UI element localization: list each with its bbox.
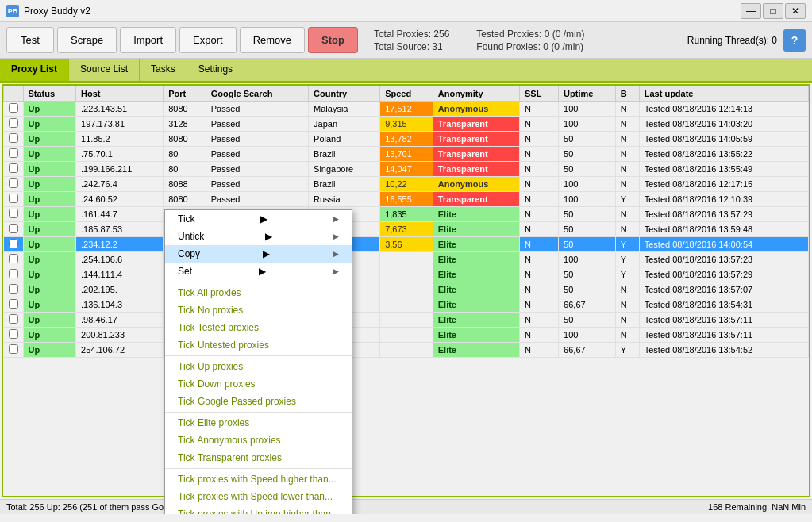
- ctx-tick-uptime-high[interactable]: Tick proxies with Uptime higher than...: [165, 505, 352, 514]
- row-anonymity-5: Anonymous: [433, 177, 519, 192]
- tab-tasks[interactable]: Tasks: [140, 59, 187, 81]
- ctx-untick[interactable]: Untick ▶: [165, 228, 352, 245]
- row-checkbox-14[interactable]: [4, 313, 24, 328]
- import-button[interactable]: Import: [120, 27, 176, 53]
- row-last-update-11: Tested 08/18/2016 13:57:29: [639, 267, 808, 282]
- export-button[interactable]: Export: [179, 27, 237, 53]
- row-status-11: Up: [23, 267, 76, 282]
- table-row[interactable]: Up .144.111.4 Elite N 50 Y Tested 08/18/…: [4, 267, 809, 282]
- row-checkbox-4[interactable]: [4, 162, 24, 177]
- ctx-tick-anonymous[interactable]: Tick Anonymous proxies: [165, 432, 352, 449]
- ctx-tick-all[interactable]: Tick All proxies: [165, 284, 352, 301]
- tab-source-list[interactable]: Source List: [69, 59, 140, 81]
- row-checkbox-10[interactable]: [4, 252, 24, 267]
- row-checkbox-1[interactable]: [4, 117, 24, 132]
- row-ssl-0: N: [520, 102, 559, 117]
- ctx-untick-arrow: ▶: [265, 231, 272, 242]
- row-host-8: .185.87.53: [76, 222, 164, 237]
- help-button[interactable]: ?: [783, 29, 806, 52]
- ctx-tick-elite[interactable]: Tick Elite proxies: [165, 414, 352, 432]
- col-uptime[interactable]: Uptime: [559, 86, 616, 102]
- table-row[interactable]: Up .98.46.17 Elite N 50 N Tested 08/18/2…: [4, 313, 809, 328]
- ctx-tick-tested[interactable]: Tick Tested proxies: [165, 319, 352, 336]
- row-checkbox-13[interactable]: [4, 297, 24, 313]
- row-checkbox-7[interactable]: [4, 207, 24, 222]
- col-port[interactable]: Port: [164, 86, 206, 102]
- table-row[interactable]: Up .161.44.7 80 Passed Taiwan 1,835 Elit…: [4, 207, 809, 222]
- table-row[interactable]: Up .234.12.2 P M 3,56 Elite N 50 Y Teste…: [4, 237, 809, 252]
- row-checkbox-0[interactable]: [4, 102, 24, 117]
- row-country-2: Poland: [309, 132, 380, 147]
- ctx-tick-up[interactable]: Tick Up proxies: [165, 358, 352, 375]
- row-b-12: N: [615, 282, 639, 297]
- row-checkbox-2[interactable]: [4, 132, 24, 147]
- ctx-tick-speed-high[interactable]: Tick proxies with Speed higher than...: [165, 470, 352, 488]
- table-row[interactable]: Up .242.76.4 8088 Passed Brazil 10,22 An…: [4, 177, 809, 192]
- col-google[interactable]: Google Search: [206, 86, 308, 102]
- row-checkbox-6[interactable]: [4, 192, 24, 207]
- row-google-3: Passed: [206, 147, 308, 162]
- table-row[interactable]: Up 197.173.81 3128 Passed Japan 9,315 Tr…: [4, 117, 809, 132]
- row-status-4: Up: [23, 162, 76, 177]
- table-row[interactable]: Up .254.106.6 Elite N 100 Y Tested 08/18…: [4, 252, 809, 267]
- col-last-update[interactable]: Last update: [639, 86, 808, 102]
- table-row[interactable]: Up 11.85.2 8080 Passed Poland 13,782 Tra…: [4, 132, 809, 147]
- ctx-tick-no[interactable]: Tick No proxies: [165, 301, 352, 319]
- ctx-tick-down[interactable]: Tick Down proxies: [165, 375, 352, 393]
- ctx-tick[interactable]: Tick ▶: [165, 210, 352, 228]
- ctx-copy[interactable]: Copy ▶: [165, 245, 352, 263]
- maximize-button[interactable]: □: [763, 3, 783, 19]
- row-speed-11: [380, 267, 433, 282]
- row-status-5: Up: [23, 177, 76, 192]
- ctx-tick-google-passed[interactable]: Tick Google Passed proxies: [165, 393, 352, 410]
- row-checkbox-11[interactable]: [4, 267, 24, 282]
- remove-button[interactable]: Remove: [240, 27, 305, 53]
- table-row[interactable]: Up 200.81.233 80 Elite N 100 N Tested 08…: [4, 328, 809, 343]
- row-checkbox-9[interactable]: [4, 237, 24, 252]
- row-speed-2: 13,782: [380, 132, 433, 147]
- col-status[interactable]: Status: [23, 86, 76, 102]
- row-last-update-8: Tested 08/18/2016 13:59:48: [639, 222, 808, 237]
- col-host[interactable]: Host: [76, 86, 164, 102]
- col-speed[interactable]: Speed: [380, 86, 433, 102]
- col-country[interactable]: Country: [309, 86, 380, 102]
- row-checkbox-15[interactable]: [4, 328, 24, 343]
- row-checkbox-3[interactable]: [4, 147, 24, 162]
- table-row[interactable]: Up .75.70.1 80 Passed Brazil 13,701 Tran…: [4, 147, 809, 162]
- row-checkbox-16[interactable]: [4, 343, 24, 358]
- row-speed-16: [380, 343, 433, 358]
- close-button[interactable]: ✕: [785, 3, 806, 19]
- row-last-update-0: Tested 08/18/2016 12:14:13: [639, 102, 808, 117]
- table-row[interactable]: Up .136.104.3 Elite N 66,67 N Tested 08/…: [4, 297, 809, 313]
- ctx-tick-transparent[interactable]: Tick Transparent proxies: [165, 449, 352, 466]
- ctx-set[interactable]: Set ▶: [165, 263, 352, 280]
- ctx-tick-speed-low[interactable]: Tick proxies with Speed lower than...: [165, 488, 352, 505]
- table-scroll-wrapper[interactable]: Status Host Port Google Search Country S…: [3, 86, 809, 496]
- stop-button[interactable]: Stop: [308, 27, 358, 53]
- table-row[interactable]: Up .185.87.53 443 Passed Germany 7,673 E…: [4, 222, 809, 237]
- row-anonymity-6: Transparent: [433, 192, 519, 207]
- table-row[interactable]: Up .24.60.52 8080 Passed Russia 16,555 T…: [4, 192, 809, 207]
- col-ssl[interactable]: SSL: [520, 86, 559, 102]
- row-checkbox-5[interactable]: [4, 177, 24, 192]
- table-row[interactable]: Up .199.166.211 80 Passed Singapore 14,0…: [4, 162, 809, 177]
- table-row[interactable]: Up 254.106.72 80 Elite N 66,67 Y Tested …: [4, 343, 809, 358]
- tab-settings[interactable]: Settings: [187, 59, 244, 81]
- col-anonymity[interactable]: Anonymity: [433, 86, 519, 102]
- status-bar: Total: 256 Up: 256 (251 of them pass Goo…: [0, 499, 812, 514]
- table-row[interactable]: Up .202.195. Elite N 50 N Tested 08/18/2…: [4, 282, 809, 297]
- ctx-tick-untested[interactable]: Tick Untested proxies: [165, 336, 352, 354]
- row-checkbox-12[interactable]: [4, 282, 24, 297]
- app-icon: PB: [6, 5, 19, 17]
- stats-mid: Tested Proxies: 0 (0 /min) Found Proxies…: [476, 29, 584, 52]
- scrape-button[interactable]: Scrape: [57, 27, 117, 53]
- row-b-10: Y: [615, 252, 639, 267]
- row-speed-14: [380, 313, 433, 328]
- row-anonymity-15: Elite: [433, 328, 519, 343]
- tab-proxy-list[interactable]: Proxy List: [0, 59, 69, 81]
- test-button[interactable]: Test: [6, 27, 54, 53]
- minimize-button[interactable]: —: [741, 3, 761, 19]
- col-b[interactable]: B: [615, 86, 639, 102]
- table-row[interactable]: Up .223.143.51 8080 Passed Malaysia 17,5…: [4, 102, 809, 117]
- row-checkbox-8[interactable]: [4, 222, 24, 237]
